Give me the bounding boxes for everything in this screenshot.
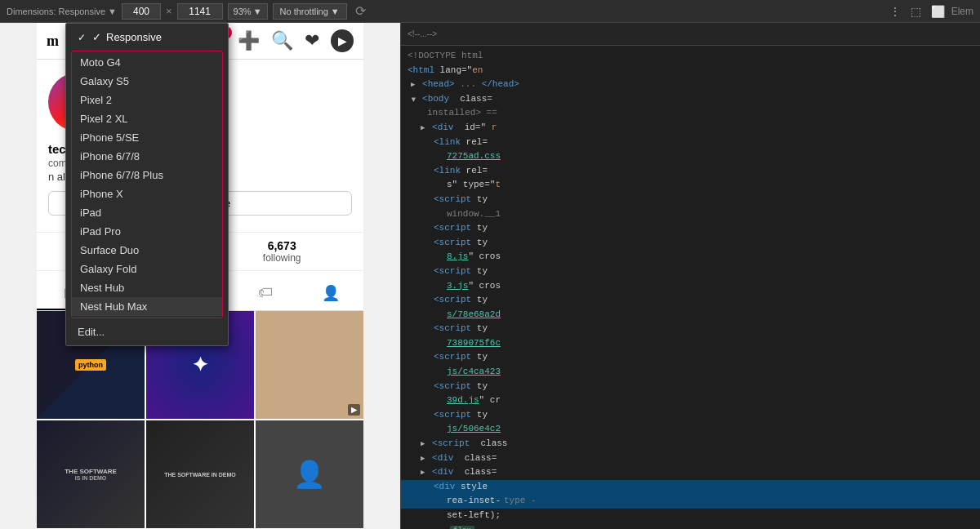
panel-toolbar: <!--...--> [401, 23, 980, 46]
dropdown-item-iphone-5se[interactable]: iPhone 5/SE [72, 128, 222, 147]
mobile-preview-area: ✓ Responsive Moto G4 Galaxy S5 Pixel 2 P… [0, 23, 400, 529]
code-line-12: window.__1 [401, 207, 980, 222]
main-area: ✓ Responsive Moto G4 Galaxy S5 Pixel 2 P… [0, 23, 980, 529]
dropdown-item-iphone-678[interactable]: iPhone 6/7/8 [72, 147, 222, 166]
dropdown-item-ipad-pro[interactable]: iPad Pro [72, 222, 222, 241]
dropdown-item-nest-hub[interactable]: Nest Hub [72, 278, 222, 297]
code-line-3: <head> ... </head> [401, 78, 980, 92]
code-line-31: <div style [401, 480, 980, 495]
toolbar-end-icons: ⋮ ⬚ ⬜ Elem [886, 3, 973, 20]
code-line-6: <div id=" r [401, 121, 980, 136]
device-group: Moto G4 Galaxy S5 Pixel 2 Pixel 2 XL iPh… [71, 51, 223, 318]
devtools-toolbar: Dimensions: Responsive ▼ × 93% ▼ No thro… [0, 0, 980, 23]
dropdown-item-ipad[interactable]: iPad [72, 203, 222, 222]
ig-explore-icon[interactable]: 🔍 [271, 30, 293, 51]
code-line-22: <script ty [401, 350, 980, 365]
throttle-button[interactable]: No throttling ▼ [273, 3, 347, 20]
dropdown-item-galaxy-fold[interactable]: Galaxy Fold [72, 260, 222, 278]
code-line-8: 7275ad.css [401, 149, 980, 164]
code-line-9: <link rel= [401, 164, 980, 179]
grid-item-3[interactable]: ▶ [256, 311, 363, 419]
code-line-24: <script ty [401, 380, 980, 394]
dropdown-item-edit[interactable]: Edit... [66, 322, 228, 342]
code-line-21: 7389075f6c [401, 336, 980, 351]
panel-toolbar-text: <!--...--> [408, 29, 437, 38]
width-input[interactable] [122, 3, 161, 20]
code-line-16: <script ty [401, 264, 980, 279]
code-line-11: <script ty [401, 193, 980, 207]
code-line-33: set-left); [401, 509, 980, 523]
grid-item-4[interactable]: THE SOFTWARE IS IN DEMO [37, 420, 145, 528]
code-line-13: <script ty [401, 221, 980, 236]
ig-following-label: following [263, 252, 301, 264]
code-line-1: <!DOCTYPE html [401, 49, 980, 64]
code-line-23: js/c4ca423 [401, 365, 980, 380]
ig-following-count: 6,673 [263, 239, 301, 252]
devtools-panel: <!--...--> <!DOCTYPE html <html lang=" e… [400, 23, 980, 529]
code-line-27: js/506e4c2 [401, 422, 980, 437]
dropdown-item-galaxy-s5[interactable]: Galaxy S5 [72, 72, 222, 91]
dropdown-item-iphone-x[interactable]: iPhone X [72, 184, 222, 203]
elem-label: Elem [951, 6, 973, 17]
dropdown-item-nest-hub-max[interactable]: Nest Hub Max [72, 297, 222, 316]
code-line-30: <div class= [401, 465, 980, 480]
code-line-20: <script ty [401, 322, 980, 336]
ig-tab-tagged[interactable]: 🏷 [233, 278, 298, 310]
code-line-29: <div class= [401, 451, 980, 466]
grid-item-6[interactable]: 👤 [256, 420, 363, 528]
height-input[interactable] [177, 3, 223, 20]
more-options-button[interactable]: ⋮ [886, 3, 904, 20]
code-line-14: <script ty [401, 236, 980, 251]
type-label: type - [504, 494, 537, 509]
code-line-28: <script class [401, 437, 980, 451]
dropdown-item-surface-duo[interactable]: Surface Duo [72, 241, 222, 260]
code-line-15: 8.js " cros [401, 250, 980, 264]
dropdown-item-pixel-2[interactable]: Pixel 2 [72, 91, 222, 109]
zoom-button[interactable]: 93% ▼ [228, 3, 268, 20]
ig-like-icon[interactable]: ❤ [305, 30, 319, 51]
code-line-34: flex [401, 523, 980, 529]
dropdown-item-moto-g4[interactable]: Moto G4 [72, 53, 222, 72]
ig-tab-person[interactable]: 👤 [298, 278, 363, 310]
code-line-5: installed> == [401, 106, 980, 121]
toggle-button[interactable]: ⬜ [928, 3, 948, 20]
code-line-26: <script ty [401, 408, 980, 423]
cursor-button[interactable]: ⬚ [907, 3, 924, 20]
code-line-32: rea-inset- type - [401, 494, 980, 509]
code-line-17: 3.js " cros [401, 279, 980, 294]
dropdown-item-pixel-2-xl[interactable]: Pixel 2 XL [72, 109, 222, 128]
rotate-icon[interactable]: ⟳ [355, 3, 366, 19]
code-line-7: <link rel= [401, 136, 980, 150]
ig-add-icon[interactable]: ➕ [238, 30, 260, 51]
ig-following-item: 6,673 following [263, 239, 301, 264]
code-line-18: <script ty [401, 293, 980, 308]
dimensions-label[interactable]: Dimensions: Responsive ▼ [7, 7, 117, 16]
dropdown-item-iphone-678-plus[interactable]: iPhone 6/7/8 Plus [72, 166, 222, 184]
code-line-2: <html lang=" en [401, 64, 980, 78]
grid-item-5[interactable]: THE SOFTWARE IN DEMO [146, 420, 254, 528]
code-line-19: s/78e68a2d [401, 308, 980, 322]
ig-logo: m [47, 33, 59, 50]
code-line-10: s" type=" t [401, 178, 980, 193]
dropdown-item-responsive[interactable]: ✓ Responsive [66, 27, 228, 47]
code-viewer: <!DOCTYPE html <html lang=" en <head> ..… [401, 46, 980, 529]
code-line-25: 39d.js " cr [401, 393, 980, 408]
dim-separator: × [166, 5, 172, 17]
device-dropdown-menu: ✓ Responsive Moto G4 Galaxy S5 Pixel 2 P… [65, 23, 229, 346]
code-line-4: <body class= [401, 92, 980, 107]
ig-reel-icon[interactable]: ▶ [331, 29, 354, 52]
flex-badge: flex [450, 526, 474, 529]
